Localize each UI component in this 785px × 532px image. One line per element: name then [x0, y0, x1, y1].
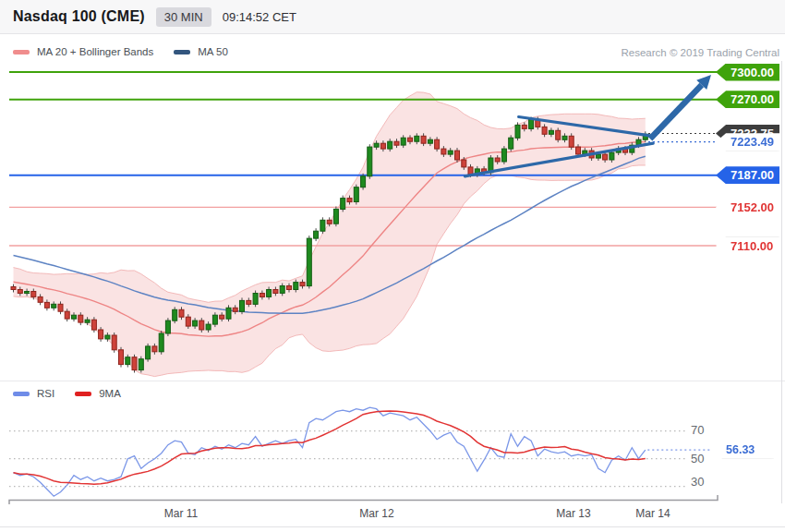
legend-label-rsi: RSI: [37, 388, 54, 399]
panel-divider: [0, 381, 785, 381]
rsi-9ma-swatch-icon: [75, 392, 91, 396]
right-border: [781, 61, 782, 503]
rsi-swatch-icon: [13, 392, 30, 396]
rsi-level-50: 50: [691, 452, 704, 466]
support-level-tag: 7152.00: [716, 199, 779, 216]
pivot-price-tag: 7223.49: [716, 133, 779, 151]
x-axis-date: Mar 14: [625, 507, 681, 520]
rsi-level-70: 70: [691, 423, 704, 437]
x-axis-date: Mar 12: [349, 507, 405, 520]
support-level-tag: 7110.00: [716, 237, 779, 255]
rsi-level-30: 30: [691, 475, 704, 489]
legend-label-9ma: 9MA: [99, 388, 121, 399]
x-axis-date: Mar 11: [153, 507, 209, 520]
resistance-level-tag: 7300.00: [716, 64, 779, 81]
candlestick-chart-canvas: [0, 0, 785, 532]
support-level-tag: 7187.00: [716, 166, 779, 184]
bottom-divider: [0, 526, 785, 527]
resistance-level-tag: 7270.00: [716, 91, 779, 108]
rsi-panel-legend: RSI 9MA: [13, 388, 121, 399]
rsi-current-value-tag: 56.33: [712, 441, 774, 458]
trading-central-chart-page: Nasdaq 100 (CME) 30 MIN 09:14:52 CET MA …: [0, 0, 785, 532]
x-axis-date: Mar 13: [546, 507, 601, 520]
